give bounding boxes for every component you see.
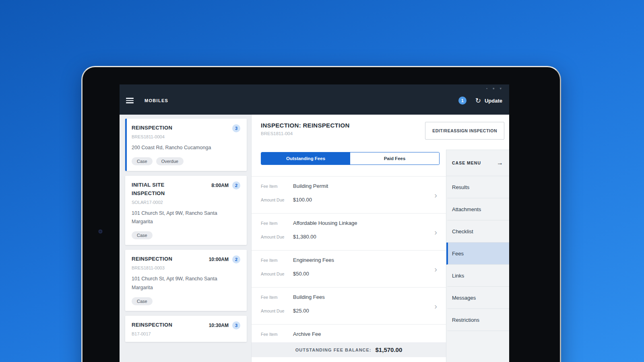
arrow-right-icon: → xyxy=(497,159,503,167)
fee-item-line: Fee Item Archive Fee xyxy=(261,331,428,337)
case-menu-item[interactable]: Messages xyxy=(446,287,509,309)
case-menu-title: CASE MENU xyxy=(452,160,481,165)
card-tag: Overdue xyxy=(156,157,184,165)
menu-icon[interactable] xyxy=(126,98,134,103)
inspection-card[interactable]: REINSPECTION 10:00AM 2 BRES1811-0003 101… xyxy=(125,250,247,311)
fees-section: Outstanding FeesPaid Fees Fee Item Build… xyxy=(252,145,446,362)
app-title: MOBILES xyxy=(144,98,168,103)
fee-item-name: Archive Fee xyxy=(293,331,321,337)
card-time: 8:00AM xyxy=(211,183,229,188)
refresh-icon: ↻ xyxy=(475,97,481,104)
inspection-card[interactable]: INITIAL SITE INSPECTION 8:00AM 2 SOLAR17… xyxy=(125,176,247,245)
card-count-badge: 2 xyxy=(232,181,240,189)
fees-tab[interactable]: Outstanding Fees xyxy=(261,152,350,165)
fee-list: Fee Item Building Permit Amount Due $100… xyxy=(252,176,446,342)
balance-label: OUTSTANDING FEE BALANCE: xyxy=(295,348,372,352)
card-meta: 10:30AM 3 xyxy=(209,321,240,329)
card-tags: CaseOverdue xyxy=(132,157,240,165)
inspection-detail-panel: INSPECTION: REINSPECTION BRES1811-004 ED… xyxy=(252,115,509,362)
fee-row[interactable]: Fee Item Building Fees Amount Due $25.00… xyxy=(252,288,446,325)
case-menu-list: ResultsAttachmentsChecklistFeesLinksMess… xyxy=(446,176,509,331)
card-record-id: B17-0017 xyxy=(132,331,240,336)
card-tag: Case xyxy=(132,297,153,305)
fee-item-line: Fee Item Engineering Fees xyxy=(261,257,428,263)
chevron-right-icon: › xyxy=(434,264,437,274)
fee-row[interactable]: Fee Item Affordable Housing Linkage Amou… xyxy=(252,214,446,251)
notification-badge: 1 xyxy=(458,97,466,105)
fee-row[interactable]: Fee Item Building Permit Amount Due $100… xyxy=(252,177,446,214)
detail-header: INSPECTION: REINSPECTION BRES1811-004 ED… xyxy=(252,115,509,145)
card-count-badge: 3 xyxy=(232,124,240,132)
app-bar: ▪ ● ▾ MOBILES 1 ↻ Update xyxy=(120,84,509,115)
fee-item-name: Building Fees xyxy=(293,294,325,300)
card-top: REINSPECTION 10:00AM 2 xyxy=(132,255,240,263)
case-menu-item[interactable]: Fees xyxy=(446,243,509,265)
update-button[interactable]: ↻ Update xyxy=(475,97,502,104)
tablet-camera xyxy=(99,230,102,233)
card-top: INITIAL SITE INSPECTION 8:00AM 2 xyxy=(132,181,240,198)
case-menu-item[interactable]: Results xyxy=(446,176,509,198)
case-menu-item[interactable]: Attachments xyxy=(446,198,509,220)
chevron-right-icon: › xyxy=(434,227,437,237)
card-record-id: BRES1811-0004 xyxy=(132,134,240,139)
card-meta: 8:00AM 2 xyxy=(211,181,240,189)
card-meta: 3 xyxy=(232,124,240,132)
card-meta: 10:00AM 2 xyxy=(209,255,240,263)
fees-tab[interactable]: Paid Fees xyxy=(350,152,439,165)
case-menu-header[interactable]: CASE MENU → xyxy=(446,150,509,176)
amount-line: Amount Due $50.00 xyxy=(261,271,428,277)
amount-line: Amount Due $100.00 xyxy=(261,197,428,203)
card-title: INITIAL SITE INSPECTION xyxy=(132,181,192,198)
case-menu-item[interactable]: Restrictions xyxy=(446,309,509,331)
fee-item-line: Fee Item Affordable Housing Linkage xyxy=(261,220,428,226)
amount-due-label: Amount Due xyxy=(261,272,293,276)
detail-body: Outstanding FeesPaid Fees Fee Item Build… xyxy=(252,145,509,362)
amount-due-label: Amount Due xyxy=(261,309,293,313)
content-area: REINSPECTION 3 BRES1811-0004 200 Coast R… xyxy=(120,115,509,362)
card-top: REINSPECTION 3 xyxy=(132,124,240,132)
inspection-card[interactable]: REINSPECTION 3 BRES1811-0004 200 Coast R… xyxy=(125,119,247,171)
amount-due-value: $25.00 xyxy=(293,308,309,314)
card-tag: Case xyxy=(132,231,153,239)
amount-due-value: $50.00 xyxy=(293,271,309,277)
card-top: REINSPECTION 10:30AM 3 xyxy=(132,321,240,329)
amount-due-label: Amount Due xyxy=(261,197,293,202)
amount-due-label: Amount Due xyxy=(261,234,293,239)
case-menu-item[interactable]: Links xyxy=(446,265,509,287)
detail-titles: INSPECTION: REINSPECTION BRES1811-004 xyxy=(261,122,350,136)
amount-due-value: $100.00 xyxy=(293,197,312,203)
fee-item-line: Fee Item Building Fees xyxy=(261,294,428,300)
fee-row[interactable]: Fee Item Engineering Fees Amount Due $50… xyxy=(252,251,446,288)
case-menu-panel: CASE MENU → ResultsAttachmentsChecklistF… xyxy=(446,150,509,362)
card-tags: Case xyxy=(132,297,240,305)
fee-item-label: Fee Item xyxy=(261,258,293,263)
fee-row[interactable]: Fee Item Archive Fee › xyxy=(252,325,446,342)
card-time: 10:00AM xyxy=(209,257,229,262)
balance-value: $1,570.00 xyxy=(376,346,402,353)
card-address: 200 Coast Rd, Rancho Cucamonga xyxy=(132,144,225,152)
card-address: 101 Church St, Apt 9W, Rancho Santa Marg… xyxy=(132,209,225,226)
fee-item-label: Fee Item xyxy=(261,184,293,189)
inspection-card-list: REINSPECTION 3 BRES1811-0004 200 Coast R… xyxy=(120,115,252,362)
outstanding-balance-bar: OUTSTANDING FEE BALANCE: $1,570.00 xyxy=(252,342,446,357)
card-count-badge: 2 xyxy=(232,255,240,263)
fee-item-name: Building Permit xyxy=(293,183,328,189)
fee-item-name: Affordable Housing Linkage xyxy=(293,220,357,226)
system-status-icons: ▪ ● ▾ xyxy=(486,86,504,90)
tablet-frame: ▪ ● ▾ MOBILES 1 ↻ Update REINSPECTION 3 xyxy=(81,66,561,362)
fee-item-line: Fee Item Building Permit xyxy=(261,183,428,189)
app-screen: ▪ ● ▾ MOBILES 1 ↻ Update REINSPECTION 3 xyxy=(120,84,509,362)
fee-item-label: Fee Item xyxy=(261,221,293,226)
amount-line: Amount Due $25.00 xyxy=(261,308,428,314)
edit-reassign-inspection-button[interactable]: EDIT/REASSIGN INSPECTION xyxy=(425,122,504,140)
case-menu-item[interactable]: Checklist xyxy=(446,220,509,243)
card-time: 10:30AM xyxy=(209,323,229,328)
card-tags: Case xyxy=(132,231,240,239)
card-record-id: BRES1811-0003 xyxy=(132,265,240,270)
card-title: REINSPECTION xyxy=(132,255,172,263)
app-bar-row: MOBILES 1 ↻ Update xyxy=(120,97,509,105)
fees-tabs: Outstanding FeesPaid Fees xyxy=(261,152,440,165)
card-address: 101 Church St, Apt 9W, Rancho Santa Marg… xyxy=(132,275,225,292)
amount-line: Amount Due $1,380.00 xyxy=(261,234,428,240)
inspection-card[interactable]: REINSPECTION 10:30AM 3 B17-0017 xyxy=(125,316,247,342)
